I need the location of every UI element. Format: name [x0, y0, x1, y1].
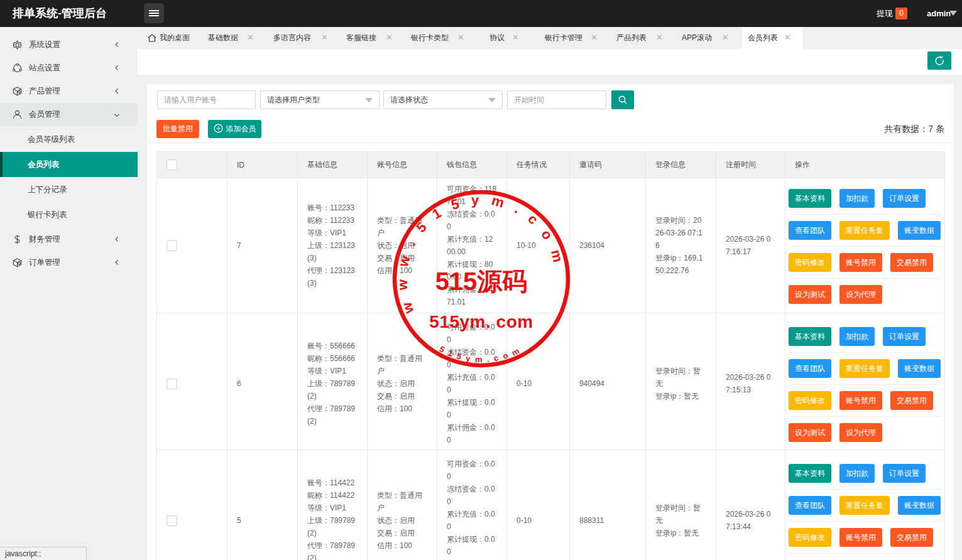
svg-text:www.515ym.com: www.515ym.com: [395, 192, 569, 316]
svg-text:515ym. com: 515ym. com: [429, 312, 533, 331]
svg-text:515源码: 515源码: [435, 267, 528, 295]
